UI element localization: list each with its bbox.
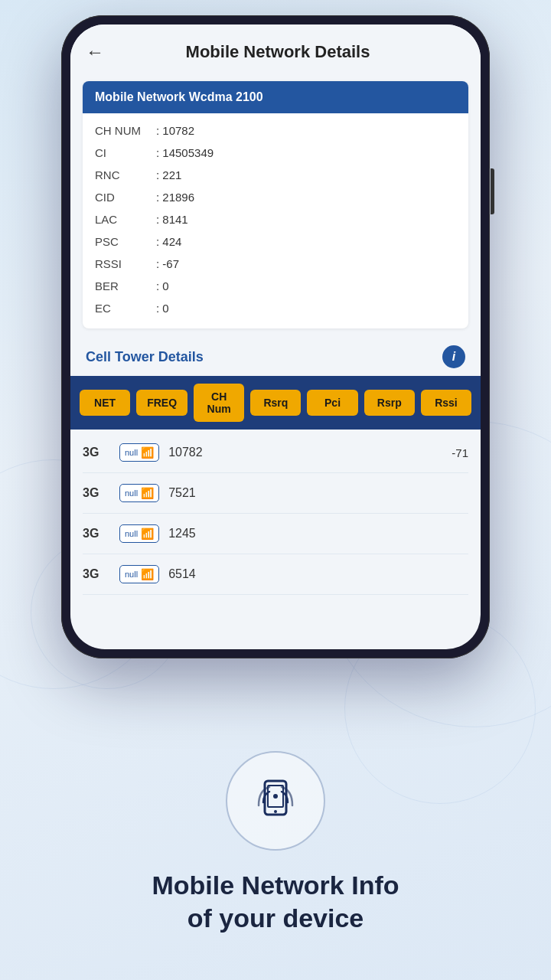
network-card-body: CH NUM: 10782CI: 14505349RNC: 221CID: 21… [83, 113, 468, 328]
detail-row: RSSI: -67 [95, 253, 456, 275]
detail-row: CH NUM: 10782 [95, 119, 456, 142]
signal-badge: null 📶 [119, 565, 159, 583]
cell-rssi: -71 [452, 446, 468, 459]
cell-freq: 6514 [168, 567, 459, 581]
detail-label: RSSI [95, 257, 156, 270]
signal-bars-icon: 📶 [141, 487, 154, 499]
svg-point-3 [273, 794, 278, 799]
page-title: Mobile Network Details [113, 42, 465, 62]
cell-table: 3G null 📶 10782 -71 3G null 📶 7521 3G nu… [70, 430, 481, 598]
signal-badge: null 📶 [119, 484, 159, 502]
signal-badge: null 📶 [119, 443, 159, 462]
cell-type: 3G [83, 527, 110, 541]
detail-label: RNC [95, 168, 156, 181]
signal-bars-icon: 📶 [141, 528, 154, 540]
bottom-section: Mobile Network Info of your device [0, 720, 551, 980]
detail-value: : 0 [156, 279, 169, 292]
tab-net[interactable]: NET [80, 390, 130, 416]
signal-null: null [125, 488, 138, 498]
detail-row: PSC: 424 [95, 230, 456, 253]
phone-signal-icon [226, 751, 325, 851]
detail-value: : 424 [156, 235, 181, 248]
cell-freq: 7521 [168, 486, 459, 500]
detail-label: BER [95, 279, 156, 292]
detail-value: : 14505349 [156, 146, 214, 159]
detail-value: : 221 [156, 168, 181, 181]
app-header: ← Mobile Network Details [70, 24, 481, 75]
detail-value: : 10782 [156, 124, 194, 137]
cell-tower-section-header: Cell Tower Details i [70, 335, 481, 376]
tab-rssi[interactable]: Rssi [421, 390, 471, 416]
back-button[interactable]: ← [86, 41, 104, 63]
cell-type: 3G [83, 486, 110, 500]
detail-row: CI: 14505349 [95, 142, 456, 164]
table-row: 3G null 📶 10782 -71 [83, 433, 468, 473]
detail-label: LAC [95, 213, 156, 226]
signal-null: null [125, 448, 138, 457]
signal-badge: null 📶 [119, 524, 159, 543]
detail-row: RNC: 221 [95, 164, 456, 186]
tab-rsrp[interactable]: Rsrp [364, 390, 415, 416]
signal-null: null [125, 529, 138, 538]
cell-freq: 10782 [168, 446, 442, 459]
signal-bars-icon: 📶 [141, 568, 154, 580]
detail-label: CI [95, 146, 156, 159]
detail-value: : 21896 [156, 191, 194, 204]
info-icon[interactable]: i [442, 345, 465, 368]
detail-label: CH NUM [95, 124, 156, 137]
table-row: 3G null 📶 1245 [83, 514, 468, 554]
signal-null: null [125, 570, 138, 579]
detail-row: CID: 21896 [95, 186, 456, 208]
signal-bars-icon: 📶 [141, 446, 154, 459]
tab-ch num[interactable]: CH Num [194, 384, 244, 422]
tab-rsrq[interactable]: Rsrq [250, 390, 301, 416]
bottom-text: Mobile Network Info of your device [152, 869, 399, 934]
detail-row: EC: 0 [95, 297, 456, 319]
tab-bar: NETFREQCH NumRsrqPciRsrpRssi [70, 376, 481, 430]
detail-label: EC [95, 302, 156, 315]
detail-value: : 0 [156, 302, 169, 315]
cell-type: 3G [83, 567, 110, 581]
tab-pci[interactable]: Pci [307, 390, 357, 416]
table-row: 3G null 📶 7521 [83, 473, 468, 514]
detail-row: BER: 0 [95, 275, 456, 297]
cell-freq: 1245 [168, 527, 459, 541]
cell-type: 3G [83, 446, 110, 459]
detail-label: CID [95, 191, 156, 204]
svg-point-2 [274, 810, 277, 813]
tab-freq[interactable]: FREQ [136, 390, 187, 416]
detail-label: PSC [95, 235, 156, 248]
network-card-title: Mobile Network Wcdma 2100 [83, 81, 468, 113]
detail-row: LAC: 8141 [95, 208, 456, 230]
detail-value: : -67 [156, 257, 179, 270]
cell-tower-title: Cell Tower Details [86, 349, 204, 365]
table-row: 3G null 📶 6514 [83, 554, 468, 595]
network-card: Mobile Network Wcdma 2100 CH NUM: 10782C… [83, 81, 468, 328]
detail-value: : 8141 [156, 213, 188, 226]
